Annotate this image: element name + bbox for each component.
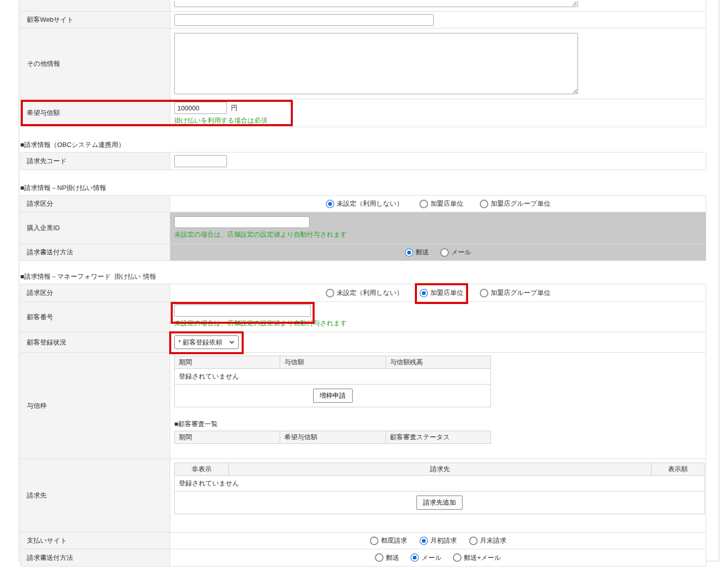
table-row: 請求先コード (21, 153, 706, 170)
table-row: 購入企業ID 未設定の場合は、店舗設定の設定値より自動付与されます (21, 212, 706, 244)
field-label-billto: 請求先 (21, 459, 170, 532)
column-header-display-order: 表示順 (652, 463, 704, 475)
field-label-payment-site: 支払いサイト (21, 533, 170, 549)
credit-line-table-header: 期間 与信額 与信額残高 (175, 356, 490, 369)
column-header-hidden: 非表示 (175, 463, 229, 475)
table-row-credit-frame: 与信枠 期間 与信額 与信額残高 登録されていません 増枠申請 ■顧客審査一覧 (21, 352, 706, 459)
customer-website-input[interactable] (174, 14, 434, 26)
table-row: 顧客登録状況 * 顧客登録依頼 (21, 332, 706, 352)
radio-payment-per-order[interactable]: 都度請求 (370, 536, 407, 545)
radio-np-billing-unset[interactable]: 未設定（利用しない） (326, 199, 403, 208)
radio-mf-delivery-post-mail[interactable]: 郵送+メール (453, 553, 501, 562)
increase-credit-button[interactable]: 増枠申請 (313, 389, 353, 403)
buyer-id-note: 未設定の場合は、店舗設定の設定値より自動付与されます (174, 231, 347, 239)
radio-checked-icon[interactable] (419, 537, 428, 545)
column-header-billto: 請求先 (229, 463, 652, 475)
radio-payment-month-start[interactable]: 月初請求 (419, 536, 457, 545)
radio-unchecked-icon[interactable] (375, 553, 384, 562)
section-heading-np: ■請求情報－NP掛け払い情報 (20, 183, 706, 193)
billto-table-header: 非表示 請求先 表示順 (175, 463, 704, 476)
np-table: 請求区分 未設定（利用しない） 加盟店単位 加盟店グループ単位 (20, 195, 706, 261)
column-header-period: 期間 (175, 431, 280, 443)
table-row: 請求区分 未設定（利用しない） 加盟店単位 加盟店グループ単位 (21, 284, 706, 301)
radio-mf-billing-unset[interactable]: 未設定（利用しない） (326, 288, 403, 297)
other-info-textarea[interactable] (174, 33, 578, 94)
radio-checked-icon[interactable] (410, 553, 419, 562)
table-row: 請求書送付方法 郵送 メール (21, 244, 706, 260)
customer-number-input[interactable] (174, 305, 311, 317)
radio-unchecked-icon[interactable] (469, 537, 478, 545)
radio-unchecked-icon[interactable] (453, 553, 462, 562)
radio-payment-month-end[interactable]: 月末請求 (469, 536, 507, 545)
table-row: 顧客番号 未設定の場合は、店舗設定の設定値より自動付与されます (21, 301, 706, 332)
registration-status-select[interactable]: * 顧客登録依頼 (174, 335, 239, 349)
buyer-id-input[interactable] (174, 216, 310, 228)
cropped-textarea[interactable] (174, 1, 578, 7)
table-row-cropped (21, 0, 706, 11)
radio-np-billing-group[interactable]: 加盟店グループ単位 (480, 199, 551, 208)
table-row: 支払いサイト 都度請求 月初請求 月末請求 (21, 532, 706, 549)
radio-checked-icon[interactable] (419, 289, 428, 297)
screening-table-header: 期間 希望与信額 顧客審査ステータス (175, 431, 490, 443)
column-header-screening-status: 顧客審査ステータス (386, 431, 490, 443)
field-label-customer-website: 顧客Webサイト (21, 12, 170, 28)
radio-checked-icon[interactable] (326, 200, 334, 208)
mf-table: 請求区分 未設定（利用しない） 加盟店単位 加盟店グループ単位 (20, 284, 706, 566)
desired-credit-note: 掛け払いを利用する場合は必須 (174, 117, 267, 125)
customer-edit-form-page: 顧客Webサイト その他情報 希望与信額 (0, 0, 728, 570)
billing-code-input[interactable] (174, 155, 227, 167)
column-header-credit-amount: 与信額 (280, 356, 386, 368)
field-label-buyer-id: 購入企業ID (21, 212, 170, 244)
section-heading-obc: ■請求情報（OBCシステム連携用） (20, 140, 706, 149)
table-row: 請求区分 未設定（利用しない） 加盟店単位 加盟店グループ単位 (21, 196, 706, 212)
billto-empty-row: 登録されていません (175, 476, 704, 491)
field-label-np-delivery: 請求書送付方法 (21, 244, 170, 260)
column-header-desired-credit: 希望与信額 (280, 431, 386, 443)
currency-unit-label: 円 (231, 103, 238, 112)
radio-unchecked-icon[interactable] (419, 200, 428, 208)
table-row: 請求書送付方法 郵送 メール 郵送+メール (21, 549, 706, 566)
screening-list-heading: ■顧客審査一覧 (174, 420, 218, 429)
screening-table: 期間 希望与信額 顧客審査ステータス (174, 431, 491, 444)
field-label-credit-frame: 与信枠 (21, 353, 170, 459)
radio-unchecked-icon[interactable] (326, 289, 334, 297)
field-label-mf-delivery: 請求書送付方法 (21, 549, 170, 566)
field-label-other-info: その他情報 (21, 28, 170, 99)
radio-np-billing-merchant[interactable]: 加盟店単位 (419, 199, 464, 208)
obc-table: 請求先コード (20, 152, 706, 170)
credit-line-empty-row: 登録されていません (175, 369, 490, 385)
customer-info-table: 顧客Webサイト その他情報 希望与信額 (20, 0, 706, 127)
column-header-period: 期間 (175, 356, 280, 368)
field-label-np-billing-type: 請求区分 (21, 196, 170, 212)
billto-table: 非表示 請求先 表示順 登録されていません 請求先追加 (174, 463, 705, 514)
field-label-mf-billing-type: 請求区分 (21, 284, 170, 301)
section-heading-mf: ■請求情報－マネーフォワード掛け払い 情報 (20, 272, 706, 281)
chevron-down-icon (229, 340, 235, 344)
desired-credit-input[interactable] (174, 102, 227, 114)
radio-mf-delivery-post[interactable]: 郵送 (375, 553, 399, 562)
radio-unchecked-icon[interactable] (440, 248, 449, 257)
radio-unchecked-icon[interactable] (480, 289, 488, 297)
resize-handle-icon[interactable] (572, 1, 577, 6)
radio-checked-icon[interactable] (405, 248, 413, 257)
radio-mf-billing-group[interactable]: 加盟店グループ単位 (480, 288, 551, 297)
add-billto-button[interactable]: 請求先追加 (416, 496, 463, 510)
column-header-credit-balance: 与信額残高 (386, 356, 490, 368)
field-label-billing-code: 請求先コード (21, 153, 170, 170)
radio-unchecked-icon[interactable] (480, 200, 488, 208)
radio-unchecked-icon[interactable] (370, 537, 378, 545)
table-row-billto: 請求先 非表示 請求先 表示順 登録されていません 請求先追加 (21, 459, 706, 532)
radio-np-delivery-mail[interactable]: メール (440, 248, 472, 257)
field-label-desired-credit: 希望与信額 (21, 99, 170, 127)
field-label-registration-status: 顧客登録状況 (21, 332, 170, 352)
field-label-cropped (21, 0, 170, 11)
radio-np-delivery-post[interactable]: 郵送 (405, 248, 429, 257)
radio-mf-billing-merchant[interactable]: 加盟店単位 (419, 288, 464, 297)
credit-line-table: 期間 与信額 与信額残高 登録されていません 増枠申請 (174, 356, 491, 407)
form-content: 顧客Webサイト その他情報 希望与信額 (20, 0, 706, 566)
table-row-desired-credit: 希望与信額 円 掛け払いを利用する場合は必須 (21, 99, 706, 127)
customer-number-note: 未設定の場合は、店舗設定の設定値より自動付与されます (174, 319, 347, 327)
field-label-customer-number: 顧客番号 (21, 302, 170, 332)
radio-mf-delivery-mail[interactable]: メール (410, 553, 442, 562)
table-row: その他情報 (21, 28, 706, 99)
